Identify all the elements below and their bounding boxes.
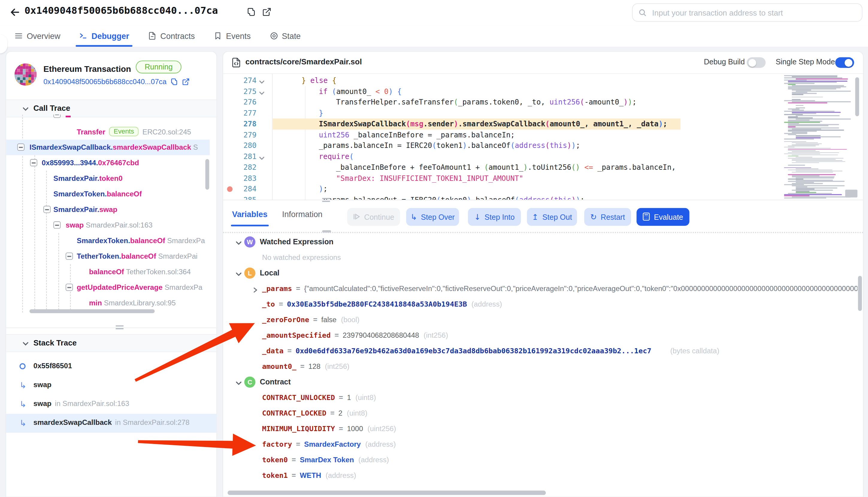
line-number[interactable]: 282 [232, 162, 257, 173]
external-link-icon[interactable] [262, 7, 272, 17]
code-header: contracts/core/SmardexPair.sol Debug Bui… [223, 52, 863, 74]
search-icon [638, 9, 647, 17]
tab-information[interactable]: Information [281, 206, 323, 222]
code-line-279[interactable]: 279uint256 _balanceInBefore = _params.ba… [223, 129, 864, 140]
code-text: require( [319, 151, 353, 162]
variables-vscrollbar[interactable] [858, 276, 862, 311]
tree-collapse-box[interactable] [53, 115, 60, 118]
variable-value[interactable]: SmarDex Token [300, 455, 354, 464]
tab-contracts[interactable]: Contracts [145, 25, 198, 47]
code-line-281[interactable]: 281require( [223, 151, 864, 162]
code-text: TransferHelper.safeTransfer(_params.toke… [336, 97, 636, 108]
single-step-toggle[interactable] [835, 57, 854, 68]
copy-icon[interactable] [247, 7, 256, 17]
fold-chevron-icon[interactable] [259, 77, 265, 83]
chevron-down-icon[interactable] [235, 270, 242, 276]
tab-state[interactable]: State [266, 25, 304, 47]
tree-collapse-box[interactable] [17, 143, 25, 151]
variable-row-MINIMUM_LIQUIDITY: MINIMUM_LIQUIDITY=1000(uint256) [223, 421, 857, 437]
resize-handle[interactable] [322, 198, 330, 202]
transaction-address[interactable]: 0x1409048f50065b6b688cc040...07ca [43, 77, 167, 86]
tree-collapse-box[interactable] [30, 159, 37, 166]
copy-icon[interactable] [170, 77, 178, 85]
call-trace-row[interactable]: SmardexPair.swap [6, 202, 210, 217]
fold-chevron-icon[interactable] [259, 153, 265, 159]
tree-collapse-box[interactable] [43, 206, 51, 213]
external-link-icon[interactable] [182, 77, 190, 85]
line-number[interactable]: 281 [232, 151, 257, 162]
call-trace-row[interactable]: ISmardexSwapCallback.smardexSwapCallback… [6, 140, 210, 155]
variable-value[interactable]: WETH [300, 471, 321, 479]
code-line-275[interactable]: 275if (amount0_ < 0) { [223, 86, 864, 97]
stack-trace-row[interactable]: ↳swapin SmardexPair.sol:163 [6, 395, 216, 414]
tab-events[interactable]: Events [211, 25, 254, 47]
line-number[interactable]: 280 [232, 140, 257, 151]
call-trace-row[interactable]: getUpdatedPriceAverage SmardexPa [6, 280, 210, 295]
variable-value: 128 [308, 362, 321, 370]
stack-trace-header[interactable]: Stack Trace [6, 334, 216, 352]
code-line-274[interactable]: 274} else { [223, 75, 864, 86]
step-out-button[interactable]: ↥Step Out [527, 208, 577, 226]
code-line-280[interactable]: 280_params.balanceIn = IERC20(token1).ba… [223, 140, 864, 151]
chevron-down-icon[interactable] [235, 379, 242, 385]
call-trace-vscrollbar[interactable] [205, 159, 209, 189]
events-badge: Events [109, 127, 139, 136]
tab-debugger[interactable]: Debugger [76, 25, 132, 47]
variables-section-contract[interactable]: CContract [223, 374, 857, 390]
code-line-278[interactable]: 278ISmardexSwapCallback(msg.sender).smar… [223, 118, 864, 129]
debug-build-toggle[interactable] [747, 57, 766, 68]
call-trace-row[interactable]: TransferEventsERC20.sol:245 [6, 124, 210, 140]
call-trace-row[interactable]: balanceOf TetherToken.sol:364 [6, 264, 210, 280]
code-line-284[interactable]: 284); [223, 184, 864, 194]
stack-trace-row[interactable]: ↳smardexSwapCallbackin SmardexPair.sol:2… [6, 414, 216, 432]
stack-trace-row[interactable]: 0x55f86501 [6, 357, 216, 376]
tab-label: Overview [27, 31, 60, 40]
variables-section-local[interactable]: LLocal [223, 265, 857, 281]
call-trace-row[interactable]: SmardexToken.balanceOf SmardexPa [6, 233, 210, 248]
line-number[interactable]: 284 [232, 184, 257, 194]
code-line-276[interactable]: 276TransferHelper.safeTransfer(_params.t… [223, 97, 864, 108]
variables-section-watched-expression[interactable]: WWatched Expression [223, 234, 857, 250]
restart-button[interactable]: ↻Restart [584, 208, 631, 226]
variables-hscrollbar[interactable] [228, 491, 546, 495]
call-trace-row[interactable]: 0x859993...3944.0x76467cbd [6, 155, 210, 171]
call-trace-hscrollbar[interactable] [29, 309, 155, 313]
code-line-283[interactable]: 283"SmarDex: INSUFFICIENT_TOKEN1_INPUT_A… [223, 173, 864, 184]
line-number[interactable]: 279 [232, 129, 257, 140]
call-trace-row[interactable]: SmardexToken.balanceOf [6, 186, 210, 202]
line-number[interactable]: 276 [232, 97, 257, 108]
step-over-button[interactable]: ↳Step Over [406, 208, 459, 226]
search-input[interactable] [651, 8, 856, 17]
tree-collapse-box[interactable] [66, 284, 73, 291]
tab-variables[interactable]: Variables [231, 206, 269, 222]
line-number[interactable]: 275 [232, 86, 257, 97]
tab-overview[interactable]: Overview [11, 25, 64, 47]
tree-collapse-box[interactable] [66, 252, 73, 259]
line-number[interactable]: 278 [232, 118, 257, 129]
line-number[interactable]: 283 [232, 173, 257, 184]
tree-collapse-box[interactable] [53, 221, 60, 228]
chevron-down-icon[interactable] [235, 239, 242, 245]
fold-chevron-icon[interactable] [259, 88, 265, 94]
resize-dotted-divider[interactable] [223, 232, 863, 233]
evaluate-button[interactable]: Evaluate [636, 208, 689, 226]
back-icon[interactable] [9, 6, 21, 18]
call-trace-row[interactable]: SmardexPair.token0 [6, 171, 210, 186]
step-into-button[interactable]: ↓Step Into [468, 208, 520, 226]
variable-name: CONTRACT_LOCKED [262, 408, 326, 417]
code-line-277[interactable]: 277} [223, 108, 864, 118]
expand-chevron-icon[interactable] [252, 285, 258, 291]
resize-handle[interactable] [322, 230, 331, 232]
code-file-icon [231, 57, 241, 68]
call-trace-row[interactable]: swap SmardexPair.sol:163 [6, 217, 210, 233]
line-number[interactable]: 285 [232, 194, 257, 200]
call-trace-row[interactable]: min SmardexLibrary.sol:95 [6, 295, 210, 311]
line-number[interactable]: 274 [232, 75, 257, 86]
resize-handle[interactable] [116, 325, 123, 329]
stack-trace-row[interactable]: ↳swap [6, 376, 216, 395]
code-line-282[interactable]: 282_balanceInBefore + feeToAmount1 + (am… [223, 162, 864, 173]
line-number[interactable]: 277 [232, 108, 257, 118]
code-line-285[interactable]: 285_params.balanceOut = IERC20(token0).b… [223, 194, 864, 200]
variable-value[interactable]: SmardexFactory [304, 440, 361, 448]
call-trace-row[interactable]: TetherToken.balanceOf SmardexPai [6, 248, 210, 264]
